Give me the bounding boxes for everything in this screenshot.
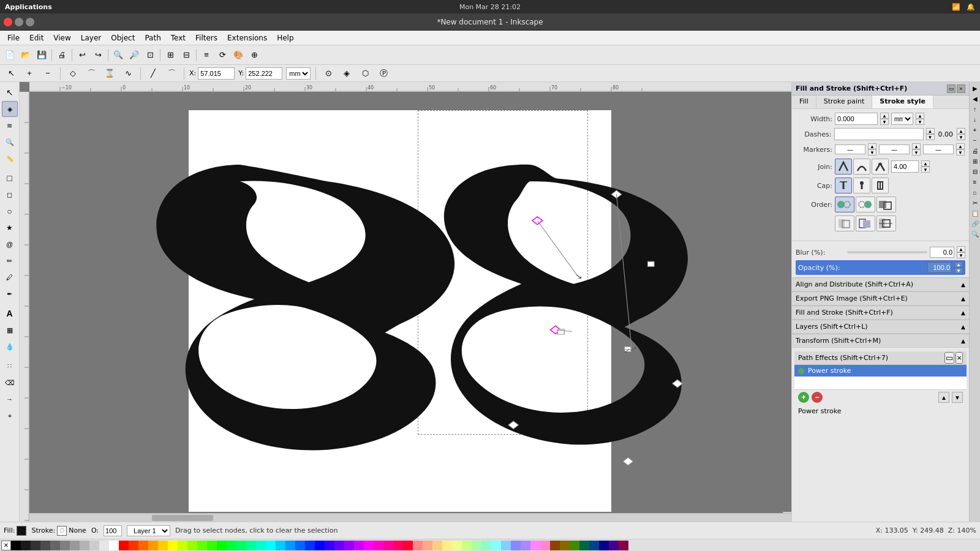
color-swatch[interactable]	[70, 541, 80, 550]
zoom-out-btn[interactable]: 🔎	[127, 48, 141, 62]
rside-btn-12[interactable]: ✂	[970, 198, 980, 208]
menu-extensions[interactable]: Extensions	[222, 32, 272, 43]
tool-gradient[interactable]: ▦	[2, 322, 18, 338]
line-seg-btn[interactable]: ╱	[146, 66, 160, 81]
join-up[interactable]: ▲	[921, 160, 930, 167]
tool-node[interactable]: ◈	[2, 101, 18, 117]
width-input[interactable]	[835, 113, 878, 125]
rside-btn-8[interactable]: ⊞	[970, 156, 980, 166]
color-swatch[interactable]	[540, 541, 550, 550]
minimize-button[interactable]	[15, 18, 23, 26]
pe-up-btn[interactable]: ▲	[938, 392, 949, 403]
tool-measure[interactable]: 📏	[2, 151, 18, 167]
marker-start-up[interactable]: ▲	[868, 143, 876, 149]
pe-remove-btn[interactable]: −	[812, 392, 823, 403]
symmetric-btn[interactable]: ⌛	[102, 66, 117, 81]
color-swatch[interactable]	[354, 541, 364, 550]
color-swatch[interactable]	[60, 541, 70, 550]
color-swatch[interactable]	[99, 541, 109, 550]
maximize-button[interactable]	[26, 18, 34, 26]
width-unit[interactable]: mmpxpt	[891, 113, 913, 125]
dashes-val-down[interactable]: ▼	[957, 134, 965, 140]
color-swatch[interactable]	[599, 541, 609, 550]
tool-calligraphy[interactable]: ✒	[2, 286, 18, 302]
color-swatch[interactable]	[276, 541, 285, 550]
join-round[interactable]	[853, 159, 870, 174]
color-swatch[interactable]	[432, 541, 442, 550]
align-btn[interactable]: ≡	[199, 48, 214, 62]
tool-dropper2[interactable]: ⌖	[2, 408, 18, 424]
align-header[interactable]: Align and Distribute (Shift+Ctrl+A) ▲	[792, 278, 969, 291]
color-swatch[interactable]	[315, 541, 325, 550]
rside-btn-4[interactable]: ↓	[970, 114, 980, 124]
color-swatch[interactable]	[305, 541, 315, 550]
color-swatch[interactable]	[589, 541, 599, 550]
close-button[interactable]	[4, 18, 12, 26]
pe-close-btn[interactable]: ×	[956, 352, 963, 364]
color-swatch[interactable]	[295, 541, 305, 550]
blur-value[interactable]	[930, 247, 954, 258]
show-outline-btn[interactable]: ⬡	[358, 66, 372, 81]
dashes-val-up[interactable]: ▲	[957, 128, 965, 134]
marker-start-down[interactable]: ▼	[868, 149, 876, 156]
show-handles-btn[interactable]: ◈	[339, 66, 354, 81]
rside-btn-13[interactable]: 📋	[970, 208, 980, 218]
zoom-fit-btn[interactable]: ⊡	[143, 48, 157, 62]
curve-seg-btn[interactable]: ⌒	[164, 66, 179, 81]
color-swatch[interactable]	[530, 541, 540, 550]
tool-ellipse[interactable]: ○	[2, 203, 18, 219]
opacity-status-input[interactable]	[104, 525, 122, 536]
color-swatch[interactable]	[511, 541, 521, 550]
print-btn[interactable]: 🖨	[55, 48, 69, 62]
color-swatch[interactable]	[423, 541, 432, 550]
marker-mid-up[interactable]: ▲	[912, 143, 921, 149]
canvas-scroll[interactable]: ↘ ↙ ↗	[29, 92, 791, 512]
rside-btn-9[interactable]: ⊟	[970, 167, 980, 176]
cap-butt[interactable]	[835, 178, 852, 193]
color-swatch[interactable]	[138, 541, 148, 550]
unit-up[interactable]: ▲	[916, 113, 924, 119]
tool-pen[interactable]: 🖊	[2, 269, 18, 285]
menu-filters[interactable]: Filters	[190, 32, 222, 43]
color-swatch[interactable]	[50, 541, 60, 550]
join-down[interactable]: ▼	[921, 167, 930, 173]
order-paint-markers[interactable]	[835, 197, 854, 212]
rside-btn-10[interactable]: ≡	[970, 177, 980, 187]
cusp-btn[interactable]: ◇	[66, 66, 80, 81]
join-miter[interactable]	[835, 159, 852, 174]
menu-path[interactable]: Path	[140, 32, 165, 43]
width-down[interactable]: ▼	[880, 119, 889, 125]
color-swatch[interactable]	[31, 541, 40, 550]
color-swatch[interactable]	[442, 541, 452, 550]
rside-btn-7[interactable]: 🖨	[970, 146, 980, 156]
menu-object[interactable]: Object	[106, 32, 140, 43]
layer-select[interactable]: Layer 1	[127, 525, 170, 536]
stroke-swatch[interactable]: ∅	[57, 526, 67, 536]
menu-view[interactable]: View	[48, 32, 75, 43]
canvas-area[interactable]: −10 0 10 20 30 40	[20, 82, 791, 522]
tab-fill[interactable]: Fill	[792, 96, 816, 108]
color-swatch[interactable]	[207, 541, 217, 550]
color-swatch[interactable]	[40, 541, 50, 550]
unit-select[interactable]: mm px in	[286, 67, 311, 80]
rside-btn-2[interactable]: ◀	[970, 94, 980, 103]
auto-smooth-btn[interactable]: ∿	[121, 66, 135, 81]
node-handle-right-sq[interactable]	[647, 261, 654, 266]
tab-stroke-paint[interactable]: Stroke paint	[816, 96, 873, 108]
menu-layer[interactable]: Layer	[76, 32, 106, 43]
snap-btn[interactable]: ⊕	[247, 48, 262, 62]
color-swatch[interactable]	[619, 541, 628, 550]
fill-swatch[interactable]	[17, 526, 26, 536]
order-opt1[interactable]	[835, 216, 854, 231]
color-swatch[interactable]	[462, 541, 472, 550]
smooth-btn[interactable]: ⌒	[84, 66, 99, 81]
opacity-input[interactable]	[927, 262, 952, 273]
color-swatch[interactable]	[21, 541, 31, 550]
color-swatch[interactable]	[364, 541, 374, 550]
no-color-swatch[interactable]: ✕	[1, 541, 11, 550]
open-btn[interactable]: 📂	[18, 48, 33, 62]
color-swatch[interactable]	[501, 541, 511, 550]
color-swatch[interactable]	[560, 541, 570, 550]
color-swatch[interactable]	[266, 541, 276, 550]
tool-star[interactable]: ★	[2, 220, 18, 236]
